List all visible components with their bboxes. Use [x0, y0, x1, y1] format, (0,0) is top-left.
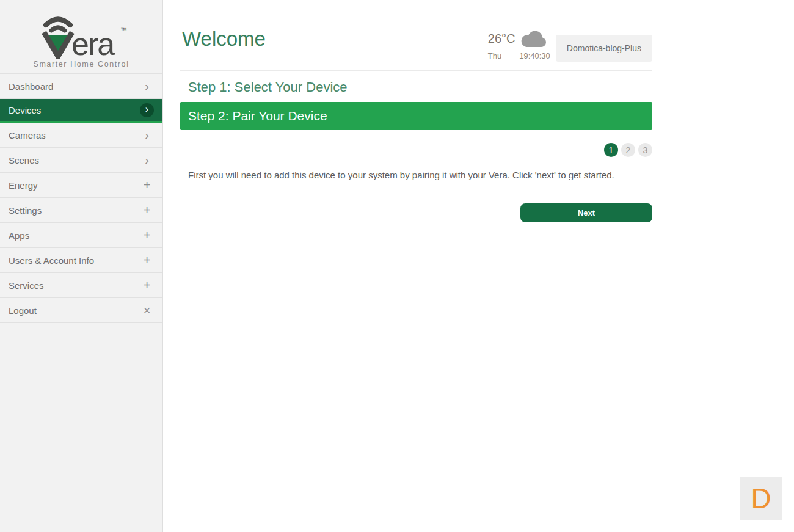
sidebar-item[interactable]: Energy + [0, 173, 162, 198]
content-column: Welcome 26°C Thu 19:40:30 [180, 0, 652, 222]
sidebar: era ™ Smarter Home Control Dashboard › D… [0, 0, 163, 532]
sidebar-item-label: Devices [9, 105, 41, 115]
weekday-label: Thu [488, 51, 501, 60]
sidebar-item-label: Cameras [9, 130, 46, 140]
chevron-right-icon: › [140, 103, 154, 117]
floating-widget-letter: D [751, 484, 771, 512]
sidebar-item[interactable]: Logout × [0, 298, 162, 323]
plus-icon: + [140, 203, 154, 217]
plus-icon: + [140, 228, 154, 242]
chevron-right-icon: › [140, 128, 154, 142]
step-dot: 3 [638, 143, 652, 157]
plus-icon: + [140, 253, 154, 268]
sidebar-item[interactable]: Cameras › [0, 123, 162, 148]
sidebar-item[interactable]: Apps + [0, 223, 162, 248]
vera-wordmark: era [71, 26, 115, 59]
sidebar-item[interactable]: Scenes › [0, 148, 162, 173]
wizard-actions: Next [180, 203, 652, 222]
header: Welcome 26°C Thu 19:40:30 [180, 0, 652, 62]
page-title: Welcome [182, 27, 266, 62]
sidebar-item[interactable]: Devices › [0, 99, 162, 123]
sidebar-item-label: Settings [9, 205, 42, 216]
sidebar-item-label: Scenes [9, 155, 39, 166]
next-button[interactable]: Next [520, 203, 652, 222]
pairing-description: First you will need to add this device t… [180, 170, 652, 180]
main-area: Welcome 26°C Thu 19:40:30 [164, 0, 794, 532]
close-icon: × [140, 304, 154, 318]
sidebar-item-label: Services [9, 280, 44, 291]
step1-header[interactable]: Step 1: Select Your Device [180, 79, 652, 95]
step-dot: 2 [621, 143, 635, 157]
sidebar-item[interactable]: Services + [0, 273, 162, 298]
sidebar-item-label: Logout [9, 305, 37, 316]
header-divider [180, 70, 652, 71]
sidebar-item-label: Users & Account Info [9, 255, 94, 266]
cloud-icon [519, 29, 548, 48]
chevron-right-icon: › [140, 79, 154, 93]
floating-widget[interactable]: D [740, 477, 782, 520]
step-dot: 1 [604, 143, 618, 157]
controller-select-button[interactable]: Domotica-blog-Plus [556, 35, 652, 62]
sidebar-item-label: Apps [9, 230, 29, 241]
sidebar-item[interactable]: Settings + [0, 198, 162, 223]
sidebar-item-label: Dashboard [9, 81, 53, 92]
brand-tagline: Smarter Home Control [33, 60, 129, 68]
step-indicator: 1 2 3 [180, 143, 652, 157]
sidebar-menu: Dashboard › Devices › Cameras › Scenes › [0, 74, 162, 323]
sidebar-item[interactable]: Users & Account Info + [0, 248, 162, 273]
plus-icon: + [140, 279, 154, 293]
header-right: 26°C Thu 19:40:30 Domotica-blog-Plus [488, 29, 652, 62]
weather-widget: 26°C Thu 19:40:30 [488, 29, 550, 60]
vera-logo[interactable]: era ™ Smarter Home Control [0, 0, 162, 74]
sidebar-item-label: Energy [9, 180, 38, 191]
sidebar-item[interactable]: Dashboard › [0, 74, 162, 99]
vera-logo-mark: era ™ [35, 10, 128, 59]
plus-icon: + [140, 178, 154, 192]
temperature-label: 26°C [488, 32, 515, 46]
step2-header[interactable]: Step 2: Pair Your Device [180, 102, 652, 130]
chevron-right-icon: › [140, 153, 154, 167]
trademark-symbol: ™ [120, 26, 127, 34]
clock-label: 19:40:30 [519, 51, 550, 60]
